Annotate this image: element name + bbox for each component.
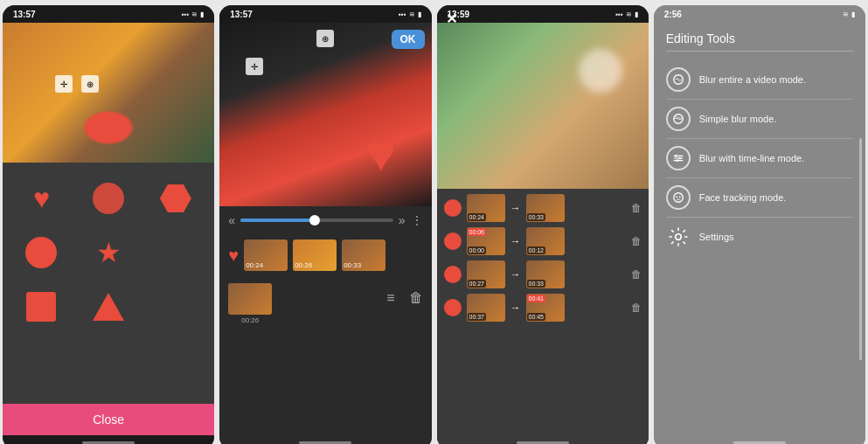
clip-to-time-3: 00:33 bbox=[527, 280, 546, 288]
status-bar-1: 13:57 ▪▪▪ ≋ ▮ bbox=[3, 5, 214, 23]
seek-track[interactable] bbox=[240, 219, 393, 222]
close-button[interactable]: Close bbox=[3, 404, 214, 435]
seek-back-icon[interactable]: « bbox=[228, 213, 235, 227]
close-x-button[interactable]: ✕ bbox=[446, 23, 457, 27]
clip-to-sub-4: 00:41 bbox=[527, 295, 546, 302]
shapes-panel: ♥ ★ bbox=[3, 163, 214, 404]
blurred-face bbox=[579, 49, 622, 93]
clip-from-time-2: 00:00 bbox=[468, 246, 487, 254]
status-icons-2: ▪▪▪ ≋ ▮ bbox=[399, 10, 421, 18]
tool-face-tracking[interactable]: Face tracking mode. bbox=[666, 178, 853, 218]
arrow-icon-3: → bbox=[510, 268, 521, 281]
seek-thumb[interactable] bbox=[309, 215, 320, 225]
shape-square[interactable] bbox=[13, 285, 70, 329]
signal-icon-3: ▪▪▪ bbox=[615, 10, 623, 18]
resize-handle-2[interactable]: ✛ bbox=[246, 58, 263, 75]
battery-icon-4: ▮ bbox=[851, 10, 855, 18]
clip-to-thumb-1[interactable]: 00:33 bbox=[526, 194, 565, 222]
home-indicator-1 bbox=[3, 435, 214, 444]
trash-icon-3[interactable]: 🗑 bbox=[631, 268, 642, 281]
clip-entry-1: 00:24 → 00:33 🗑 bbox=[444, 194, 642, 222]
shape-hexagon[interactable] bbox=[148, 177, 205, 220]
move-handle-2[interactable]: ⊕ bbox=[316, 30, 334, 47]
editing-tools-title: Editing Tools bbox=[666, 31, 853, 52]
face-tracking-icon bbox=[666, 185, 691, 210]
delete-icon[interactable]: 🗑 bbox=[409, 290, 423, 306]
hexagon-shape bbox=[160, 184, 191, 212]
shape-circle-outline[interactable] bbox=[80, 177, 137, 220]
clip-from-time-3: 00:27 bbox=[468, 280, 487, 288]
tool-label-settings: Settings bbox=[699, 232, 734, 242]
timeline-bar: « » ⋮ bbox=[219, 206, 431, 234]
bottom-clip-label: 00:26 bbox=[241, 316, 259, 324]
clip-entry-2: 00:00 00:06 → 00:12 🗑 bbox=[444, 227, 642, 255]
clip-to-thumb-4[interactable]: 00:45 00:41 bbox=[526, 294, 565, 322]
clip-to-time-1: 00:33 bbox=[527, 213, 546, 221]
clip-dot-2 bbox=[444, 232, 462, 250]
star-shape: ★ bbox=[96, 236, 122, 269]
settings-gear-icon bbox=[666, 225, 691, 249]
home-bar-1 bbox=[82, 441, 135, 444]
clip-to-thumb-3[interactable]: 00:33 bbox=[526, 260, 565, 288]
video-preview-1: ✛ ⊕ bbox=[3, 23, 214, 163]
clip-to-thumb-2[interactable]: 00:12 bbox=[526, 227, 565, 255]
phone-3: 13:59 ▪▪▪ ≋ ▮ ✕ 00:24 → 00:33 🗑 bbox=[437, 5, 649, 444]
editing-tools-panel: Editing Tools Blur entire a video mode. … bbox=[654, 23, 865, 435]
phone-4: 2:56 ≋ ▮ Editing Tools Blur entire a vid… bbox=[654, 5, 865, 444]
resize-handle-1[interactable]: ⊕ bbox=[81, 75, 99, 93]
clip-label-c: 00:33 bbox=[344, 261, 361, 269]
square-shape bbox=[26, 292, 56, 322]
clip-dot-4 bbox=[444, 299, 462, 316]
shape-heart[interactable]: ♥ bbox=[13, 177, 70, 220]
trash-icon-1[interactable]: 🗑 bbox=[631, 202, 642, 214]
shape-circle[interactable] bbox=[13, 231, 70, 274]
clip-row: ♥ 00:24 00:26 00:33 bbox=[219, 234, 431, 276]
ok-button[interactable]: OK bbox=[392, 30, 425, 49]
svg-point-2 bbox=[675, 155, 677, 157]
filter-icon[interactable]: ≡ bbox=[386, 290, 394, 306]
tool-blur-simple[interactable]: Simple blur mode. bbox=[666, 100, 853, 139]
status-icons-3: ▪▪▪ ≋ ▮ bbox=[615, 10, 638, 18]
home-bar-3 bbox=[517, 441, 569, 444]
svg-point-4 bbox=[677, 159, 679, 162]
clip-entry-3: 00:27 → 00:33 🗑 bbox=[444, 260, 642, 288]
clip-from-thumb-1[interactable]: 00:24 bbox=[467, 194, 505, 222]
clip-dot-3 bbox=[444, 266, 462, 283]
scrollbar-4[interactable] bbox=[859, 138, 862, 360]
bottom-clip-thumb[interactable] bbox=[228, 283, 272, 315]
clip-from-thumb-4[interactable]: 00:37 bbox=[467, 294, 505, 322]
trash-icon-4[interactable]: 🗑 bbox=[631, 302, 642, 314]
tool-label-blur-full: Blur entire a video mode. bbox=[699, 74, 806, 85]
bottom-actions: ≡ 🗑 bbox=[386, 290, 422, 306]
svg-point-3 bbox=[678, 157, 681, 160]
svg-point-7 bbox=[679, 196, 681, 198]
battery-icon: ▮ bbox=[200, 10, 204, 18]
seek-fwd-icon[interactable]: » bbox=[399, 213, 406, 227]
battery-icon-2: ▮ bbox=[418, 10, 421, 18]
video-thumbnail-1: ✛ ⊕ bbox=[3, 23, 214, 163]
tool-label-blur-simple: Simple blur mode. bbox=[699, 114, 777, 124]
status-time-4: 2:56 bbox=[664, 10, 682, 19]
home-bar-2 bbox=[299, 441, 351, 444]
shape-star[interactable]: ★ bbox=[80, 231, 137, 274]
shape-triangle[interactable] bbox=[80, 285, 137, 329]
clip-from-thumb-2[interactable]: 00:00 00:06 bbox=[467, 227, 505, 255]
seek-progress bbox=[240, 219, 312, 222]
move-handle-1[interactable]: ✛ bbox=[55, 75, 73, 93]
circle-shape bbox=[25, 237, 57, 268]
clip-entry-4: 00:37 → 00:45 00:41 🗑 bbox=[444, 294, 642, 322]
clip-thumb-c[interactable]: 00:33 bbox=[342, 239, 385, 271]
clip-thumb-a[interactable]: 00:24 bbox=[244, 239, 288, 271]
tool-blur-full[interactable]: Blur entire a video mode. bbox=[666, 60, 853, 100]
blur-full-icon bbox=[666, 67, 691, 92]
heart-overlay: ♥ bbox=[365, 128, 397, 180]
signal-icon: ▪▪▪ bbox=[182, 10, 190, 18]
tool-blur-timeline[interactable]: Blur with time-line mode. bbox=[666, 139, 853, 178]
clip-from-thumb-3[interactable]: 00:27 bbox=[467, 260, 505, 288]
clip-thumb-b[interactable]: 00:26 bbox=[293, 239, 337, 271]
signal-icon-2: ▪▪▪ bbox=[399, 10, 406, 18]
tool-settings[interactable]: Settings bbox=[666, 218, 853, 256]
seek-menu-icon[interactable]: ⋮ bbox=[411, 213, 423, 227]
video-preview-2: ⊕ ✛ ♥ OK bbox=[219, 23, 431, 206]
trash-icon-2[interactable]: 🗑 bbox=[631, 235, 642, 247]
